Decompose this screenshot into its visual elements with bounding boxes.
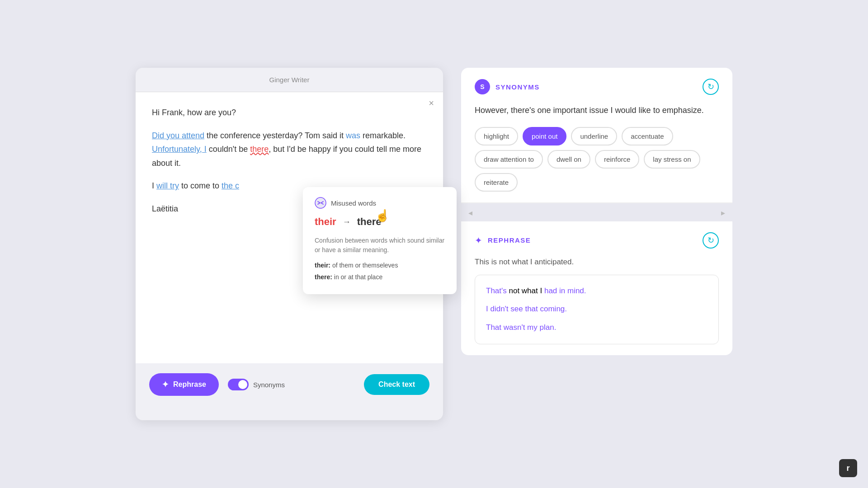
synonym-tag-underline[interactable]: underline: [571, 127, 617, 145]
def2-word: there:: [315, 273, 332, 281]
close-button[interactable]: ×: [429, 99, 434, 108]
tooltip-def2: there: in or at that place: [315, 273, 445, 282]
synonyms-refresh-button[interactable]: ↻: [703, 79, 719, 95]
synonyms-icon: S: [475, 79, 490, 94]
rephrase-label: REPHRASE: [488, 236, 531, 244]
synonyms-tags-grid: highlightpoint outunderlineaccentuatedra…: [475, 127, 719, 192]
synonyms-toggle-label: Synonyms: [253, 381, 285, 389]
did-you-attend-link[interactable]: Did you attend: [152, 131, 204, 140]
writer-title-text: Ginger Writer: [269, 76, 310, 84]
tooltip-title-text: Misused words: [331, 199, 376, 207]
right-panel: S SYNONYMS ↻ However, there's one import…: [461, 68, 732, 420]
rephrase-card: That's not what I had in mind.I didn't s…: [475, 275, 719, 344]
was-link[interactable]: was: [346, 131, 360, 140]
rephrase-highlight: had in mind.: [544, 286, 586, 295]
paragraph-conference: Did you attend the conference yesterday?…: [152, 129, 427, 170]
rephrase-title-row: ✦ REPHRASE: [475, 235, 531, 246]
wrong-word: their: [315, 216, 336, 228]
def1-text: of them or themseleves: [330, 262, 398, 269]
rephrase-item-2[interactable]: That wasn't my plan.: [486, 321, 708, 335]
couldnt-text: couldn't be: [207, 145, 250, 154]
i-text: I: [152, 181, 156, 190]
arrow-icon: →: [343, 217, 351, 227]
synonym-tag-point-out[interactable]: point out: [523, 127, 567, 145]
tooltip-popup: Misused words their → there Confusion be…: [303, 187, 457, 294]
rephrase-highlight: That wasn't my plan.: [486, 323, 556, 332]
rephrase-label: Rephrase: [173, 380, 206, 389]
rephrase-refresh-button[interactable]: ↻: [703, 232, 719, 249]
rephrase-icon: ✦: [475, 235, 482, 246]
come-to-text: to come to: [179, 181, 222, 190]
tooltip-def1: their: of them or themseleves: [315, 261, 445, 270]
synonyms-toggle[interactable]: [228, 379, 249, 390]
synonyms-section: S SYNONYMS ↻ However, there's one import…: [461, 68, 732, 203]
synonym-tag-draw-attention-to[interactable]: draw attention to: [475, 150, 543, 169]
synonym-tag-accentuate[interactable]: accentuate: [622, 127, 673, 145]
correct-word: there: [357, 216, 382, 228]
check-text-button[interactable]: Check text: [364, 374, 429, 395]
main-container: Ginger Writer × Hi Frank, how are you? D…: [0, 0, 868, 488]
def1-word: their:: [315, 262, 330, 269]
rephrase-header: ✦ REPHRASE ↻: [475, 232, 719, 249]
conference-text: the conference yesterday? Tom said it: [204, 131, 346, 140]
rephrase-highlight: That's: [486, 286, 507, 295]
rephrase-icon: ✦: [162, 380, 169, 389]
will-try-link[interactable]: will try: [156, 181, 179, 190]
the-c-link[interactable]: the c: [222, 181, 239, 190]
corner-badge: r: [839, 459, 857, 477]
writer-bottom-bar: ✦ Rephrase Synonyms Check text: [136, 363, 443, 406]
scroll-left-icon: ◂: [468, 208, 472, 218]
rephrase-text: not what I: [507, 286, 544, 295]
tooltip-description: Confusion between words which sound simi…: [315, 236, 445, 255]
synonym-tag-lay-stress-on[interactable]: lay stress on: [644, 150, 700, 169]
scroll-indicator: ◂ ▸: [461, 204, 732, 221]
synonym-tag-highlight[interactable]: highlight: [475, 127, 518, 145]
synonyms-label: SYNONYMS: [495, 83, 540, 91]
writer-panel: Ginger Writer × Hi Frank, how are you? D…: [136, 68, 443, 420]
paragraph-greeting: Hi Frank, how are you?: [152, 106, 427, 120]
rephrase-highlight: I didn't see that coming.: [486, 305, 567, 313]
rephrase-original-text: This is not what I anticipated.: [475, 258, 719, 267]
def2-text: in or at that place: [332, 273, 382, 281]
rephrase-item-1[interactable]: I didn't see that coming.: [486, 302, 708, 316]
synonym-tag-reinforce[interactable]: reinforce: [595, 150, 639, 169]
synonyms-header: S SYNONYMS ↻: [475, 79, 719, 95]
writer-content-area: × Hi Frank, how are you? Did you attend …: [136, 92, 443, 363]
tooltip-header: Misused words: [315, 197, 445, 209]
synonyms-context-text: However, there's one important issue I w…: [475, 104, 719, 117]
svg-point-0: [315, 197, 326, 208]
rephrase-section: ✦ REPHRASE ↻ This is not what I anticipa…: [461, 221, 732, 355]
synonyms-title-row: S SYNONYMS: [475, 79, 540, 94]
rephrase-item-0[interactable]: That's not what I had in mind.: [486, 284, 708, 298]
synonyms-toggle-container: Synonyms: [228, 379, 285, 390]
error-word-there[interactable]: there: [250, 145, 269, 154]
synonym-tag-dwell-on[interactable]: dwell on: [547, 150, 590, 169]
writer-title: Ginger Writer: [136, 68, 443, 92]
remarkable-text: remarkable.: [360, 131, 406, 140]
misused-words-icon: [315, 197, 326, 209]
correction-line: their → there: [315, 216, 445, 228]
synonym-tag-reiterate[interactable]: reiterate: [475, 173, 518, 192]
scroll-right-icon: ▸: [721, 208, 725, 218]
unfortunately-link[interactable]: Unfortunately, I: [152, 145, 207, 154]
rephrase-button[interactable]: ✦ Rephrase: [149, 373, 219, 396]
